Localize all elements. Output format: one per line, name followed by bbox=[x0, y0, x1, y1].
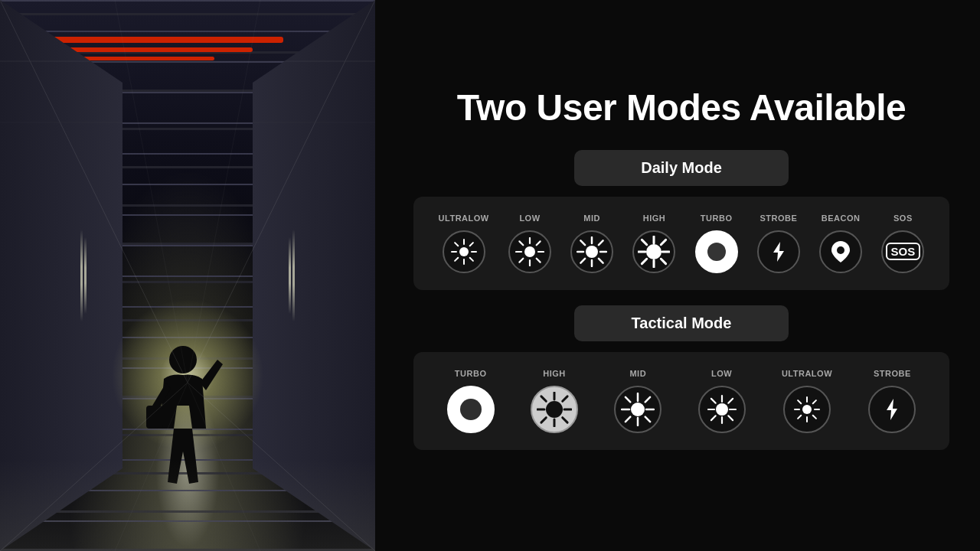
svg-line-20 bbox=[455, 257, 458, 260]
beacon-label: BEACON bbox=[822, 214, 861, 223]
svg-line-29 bbox=[519, 258, 523, 262]
sos-badge: SOS bbox=[886, 243, 921, 260]
svg-line-44 bbox=[642, 240, 647, 244]
svg-line-78 bbox=[728, 416, 733, 420]
svg-point-21 bbox=[524, 246, 535, 257]
svg-point-81 bbox=[802, 405, 812, 414]
svg-line-9 bbox=[188, 383, 260, 551]
svg-line-7 bbox=[188, 383, 375, 551]
beacon-icon-circle bbox=[819, 230, 862, 273]
tactical-turbo: TURBO bbox=[447, 369, 495, 433]
mid-sun-icon bbox=[577, 236, 607, 267]
daily-strobe: STROBE bbox=[757, 214, 800, 273]
svg-line-45 bbox=[662, 259, 666, 263]
daily-beacon: BEACON bbox=[819, 214, 862, 273]
tactical-mode-icons-container: TURBO HIGH bbox=[413, 352, 949, 450]
svg-line-27 bbox=[537, 258, 541, 262]
svg-line-3 bbox=[0, 383, 188, 551]
svg-marker-90 bbox=[887, 399, 897, 420]
beacon-pin-icon bbox=[829, 240, 852, 264]
sos-icon-circle: SOS bbox=[881, 230, 924, 273]
svg-line-87 bbox=[813, 415, 816, 418]
tactical-high-circle bbox=[531, 386, 578, 433]
svg-line-86 bbox=[798, 400, 801, 403]
svg-point-53 bbox=[452, 391, 489, 428]
tactical-strobe: STROBE bbox=[868, 369, 916, 433]
turbo-icon-circle bbox=[695, 230, 738, 273]
turbo-sun-icon bbox=[700, 235, 733, 269]
svg-line-4 bbox=[115, 0, 188, 383]
svg-line-88 bbox=[813, 400, 816, 403]
tactical-turbo-sun bbox=[452, 391, 489, 428]
svg-line-6 bbox=[188, 0, 375, 383]
tactical-mid-label: MID bbox=[629, 369, 646, 378]
svg-line-68 bbox=[626, 396, 630, 401]
svg-line-46 bbox=[662, 240, 666, 244]
tactical-mid-circle bbox=[614, 386, 662, 433]
tactical-ultralow-circle bbox=[783, 386, 831, 433]
strobe-bolt-icon bbox=[767, 240, 790, 263]
daily-ultralow: ULTRALOW bbox=[439, 214, 489, 273]
svg-line-8 bbox=[188, 0, 260, 383]
tactical-ultralow: ULTRALOW bbox=[782, 369, 832, 433]
svg-line-60 bbox=[563, 417, 567, 422]
svg-point-54 bbox=[546, 401, 563, 418]
hero-image bbox=[0, 0, 375, 551]
svg-point-72 bbox=[716, 403, 728, 416]
tactical-ultralow-sun bbox=[793, 396, 821, 423]
svg-point-30 bbox=[586, 246, 598, 258]
tactical-mid-sun bbox=[621, 393, 655, 426]
strobe-label: STROBE bbox=[760, 214, 797, 223]
svg-line-77 bbox=[710, 398, 715, 403]
daily-turbo: TURBO bbox=[695, 214, 738, 273]
daily-mode-icons-container: ULTRALOW LOW bbox=[413, 197, 949, 290]
low-icon-circle bbox=[508, 230, 551, 273]
high-icon-circle bbox=[632, 230, 675, 273]
svg-line-36 bbox=[599, 258, 603, 262]
svg-point-12 bbox=[459, 247, 469, 256]
svg-line-79 bbox=[728, 398, 733, 403]
svg-point-49 bbox=[700, 235, 733, 269]
tactical-turbo-label: TURBO bbox=[455, 369, 487, 378]
ultralow-sun-icon bbox=[450, 238, 478, 266]
svg-point-63 bbox=[631, 403, 645, 416]
svg-line-18 bbox=[469, 257, 472, 260]
tactical-mid: MID bbox=[614, 369, 662, 433]
svg-line-89 bbox=[798, 415, 801, 418]
svg-line-17 bbox=[455, 243, 458, 246]
svg-point-39 bbox=[646, 244, 662, 259]
tactical-low: LOW bbox=[698, 369, 746, 433]
svg-marker-50 bbox=[773, 242, 784, 262]
tactical-high: HIGH bbox=[531, 369, 578, 433]
svg-line-2 bbox=[0, 0, 188, 383]
daily-mode-label: Daily Mode bbox=[574, 150, 789, 186]
tactical-mode-section: Tactical Mode TURBO HIGH bbox=[413, 305, 949, 450]
tactical-mode-label: Tactical Mode bbox=[574, 305, 789, 341]
svg-line-38 bbox=[581, 258, 586, 262]
svg-line-62 bbox=[541, 417, 546, 422]
ultralow-icon-circle bbox=[443, 230, 485, 273]
content-panel: Two User Modes Available Daily Mode ULTR… bbox=[375, 0, 980, 551]
mid-icon-circle bbox=[570, 230, 613, 273]
high-sun-icon bbox=[638, 236, 670, 268]
daily-mid: MID bbox=[570, 214, 613, 273]
turbo-label: TURBO bbox=[701, 214, 733, 223]
svg-line-69 bbox=[645, 416, 650, 421]
sos-label: SOS bbox=[893, 214, 913, 223]
tactical-low-sun bbox=[707, 394, 737, 425]
svg-line-61 bbox=[563, 396, 567, 400]
low-label: LOW bbox=[519, 214, 540, 223]
svg-line-71 bbox=[626, 416, 630, 421]
svg-line-80 bbox=[710, 416, 715, 420]
svg-point-51 bbox=[837, 246, 844, 254]
daily-high: HIGH bbox=[632, 214, 675, 273]
daily-low: LOW bbox=[508, 214, 551, 273]
page-title: Two User Modes Available bbox=[413, 86, 949, 129]
svg-line-28 bbox=[537, 241, 541, 245]
svg-line-26 bbox=[519, 241, 523, 245]
tactical-strobe-label: STROBE bbox=[874, 369, 911, 378]
tactical-high-sun bbox=[537, 392, 572, 427]
tactical-low-label: LOW bbox=[711, 369, 732, 378]
svg-line-59 bbox=[541, 396, 546, 400]
tactical-strobe-bolt bbox=[880, 397, 904, 422]
